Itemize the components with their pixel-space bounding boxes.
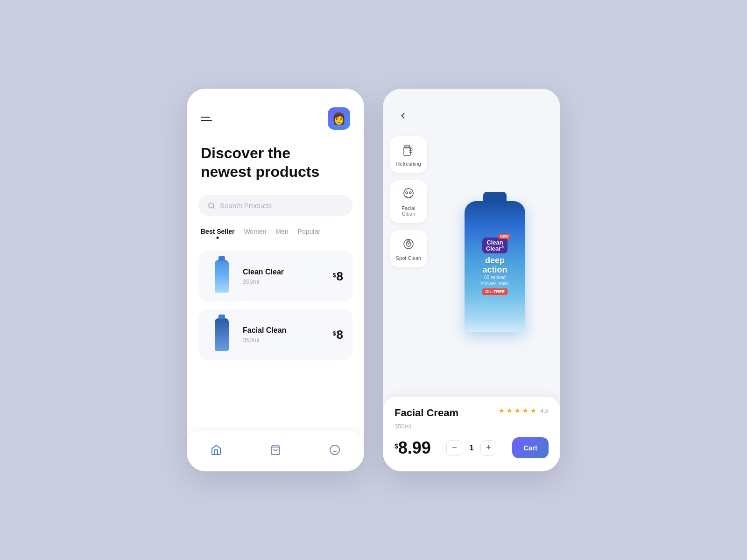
refreshing-icon: [401, 142, 416, 157]
right-header: [383, 89, 560, 131]
star-3: ★: [514, 407, 521, 414]
product-detail-panel: Facial Cream ★ ★ ★ ★ ★ 4.8 350ml $ 8.99 …: [383, 397, 560, 471]
headline: Discover the newest products: [201, 144, 350, 181]
category-spot-clean[interactable]: Spot Clean: [390, 230, 427, 267]
price-dollar-1: $: [333, 272, 336, 279]
bottom-nav: [187, 431, 364, 471]
product-name-2: Facial Clean: [243, 326, 326, 335]
right-screen: Refreshing Facial Clean: [383, 89, 560, 471]
rating-value: 4.8: [540, 407, 549, 414]
category-label-spot: Spot Clean: [396, 255, 421, 261]
quantity-value: 1: [469, 444, 473, 452]
spot-clean-icon: [401, 237, 416, 252]
star-4: ★: [522, 407, 529, 414]
tab-women[interactable]: Women: [244, 228, 266, 239]
product-display: NEW CleanClear® deep action 60 second sh…: [434, 131, 560, 397]
product-detail-desc: deep action: [482, 256, 507, 275]
search-placeholder-text: Search Products: [220, 202, 272, 210]
back-icon: [398, 111, 408, 120]
left-header: 👩: [187, 89, 364, 139]
screens-container: 👩 Discover the newest products Search Pr…: [187, 89, 560, 471]
product-card-2[interactable]: Facial Clean 350ml $ 8: [198, 309, 352, 360]
search-icon: [208, 202, 215, 210]
smiley-icon: [329, 444, 340, 455]
price-dollar-2: $: [333, 330, 336, 337]
product-image-2: [208, 316, 236, 353]
svg-line-9: [409, 150, 413, 151]
increase-quantity-button[interactable]: +: [480, 440, 496, 456]
detail-price-symbol: $: [395, 442, 398, 450]
tab-popular[interactable]: Popular: [298, 228, 320, 239]
category-refreshing[interactable]: Refreshing: [390, 136, 427, 173]
product-tube-blue-dark: [215, 318, 229, 351]
product-name-1: Clean Clear: [243, 268, 326, 276]
tab-best-seller[interactable]: Best Seller: [201, 228, 234, 239]
purchase-row: $ 8.99 − 1 + Cart: [395, 437, 549, 458]
svg-point-11: [404, 189, 413, 198]
product-price-2: $ 8: [333, 329, 343, 341]
search-bar[interactable]: Search Products: [198, 195, 352, 216]
svg-point-12: [406, 192, 408, 194]
star-5-half: ★: [530, 407, 536, 414]
oil-free-badge: OIL-FREE: [482, 288, 507, 295]
menu-button[interactable]: [201, 117, 212, 121]
product-big-image: NEW CleanClear® deep action 60 second sh…: [465, 201, 525, 332]
detail-price-amount: 8.99: [398, 440, 431, 456]
product-detail-sub: 60 second shower mask: [481, 274, 509, 287]
side-categories: Refreshing Facial Clean: [383, 131, 434, 397]
product-card-1[interactable]: Clean Clear 350ml $ 8: [198, 251, 352, 302]
back-button[interactable]: [395, 107, 411, 124]
facial-clean-icon: [401, 187, 416, 202]
product-info-1: Clean Clear 350ml: [243, 268, 326, 285]
category-tabs: Best Seller Women Men Popular: [187, 228, 364, 246]
product-image-1: [208, 258, 236, 295]
right-content: Refreshing Facial Clean: [383, 131, 560, 397]
star-2: ★: [507, 407, 513, 414]
add-to-cart-button[interactable]: Cart: [512, 437, 549, 458]
nav-home[interactable]: [206, 440, 226, 460]
product-detail-name: Facial Cream: [395, 407, 458, 419]
product-size-2: 350ml: [243, 336, 326, 343]
price-amount-2: 8: [337, 329, 343, 341]
decrease-quantity-button[interactable]: −: [446, 440, 462, 456]
svg-point-13: [409, 192, 411, 194]
brand-name: CleanClear®: [486, 239, 504, 252]
category-label-facial: Facial Clean: [395, 205, 423, 217]
bag-icon: [270, 444, 281, 455]
product-size-1: 350ml: [243, 278, 326, 285]
detail-price: $ 8.99: [395, 440, 431, 456]
rating-row: ★ ★ ★ ★ ★ 4.8: [499, 407, 549, 414]
page-title: Discover the newest products: [187, 139, 364, 195]
tube-label: NEW CleanClear® deep action 60 second sh…: [477, 233, 514, 300]
home-icon: [211, 444, 222, 455]
brand-badge: NEW CleanClear®: [482, 238, 507, 253]
tab-active-dot: [217, 237, 219, 239]
menu-line-2: [201, 120, 212, 121]
star-1: ★: [499, 407, 505, 414]
product-list: Clean Clear 350ml $ 8 Facial Clean 350ml…: [187, 246, 364, 427]
product-detail-size: 350ml: [395, 423, 549, 430]
menu-line-1: [201, 117, 210, 118]
svg-point-3: [330, 445, 339, 455]
svg-line-1: [213, 207, 214, 209]
product-tube-blue-light: [215, 260, 229, 293]
avatar-icon: 👩: [332, 112, 346, 125]
product-price-1: $ 8: [333, 270, 343, 282]
tab-men[interactable]: Men: [275, 228, 288, 239]
quantity-controls: − 1 +: [446, 440, 496, 456]
nav-profile[interactable]: [324, 440, 345, 460]
product-info-2: Facial Clean 350ml: [243, 326, 326, 343]
category-facial-clean[interactable]: Facial Clean: [390, 180, 427, 223]
svg-rect-7: [405, 145, 409, 148]
avatar-button[interactable]: 👩: [328, 107, 350, 130]
price-amount-1: 8: [337, 270, 343, 282]
detail-name-row: Facial Cream ★ ★ ★ ★ ★ 4.8: [395, 407, 549, 421]
nav-bag[interactable]: [265, 440, 286, 460]
category-label-refreshing: Refreshing: [396, 161, 421, 167]
left-screen: 👩 Discover the newest products Search Pr…: [187, 89, 364, 471]
svg-point-0: [209, 203, 214, 208]
svg-line-8: [409, 148, 412, 149]
new-badge: NEW: [498, 234, 511, 239]
